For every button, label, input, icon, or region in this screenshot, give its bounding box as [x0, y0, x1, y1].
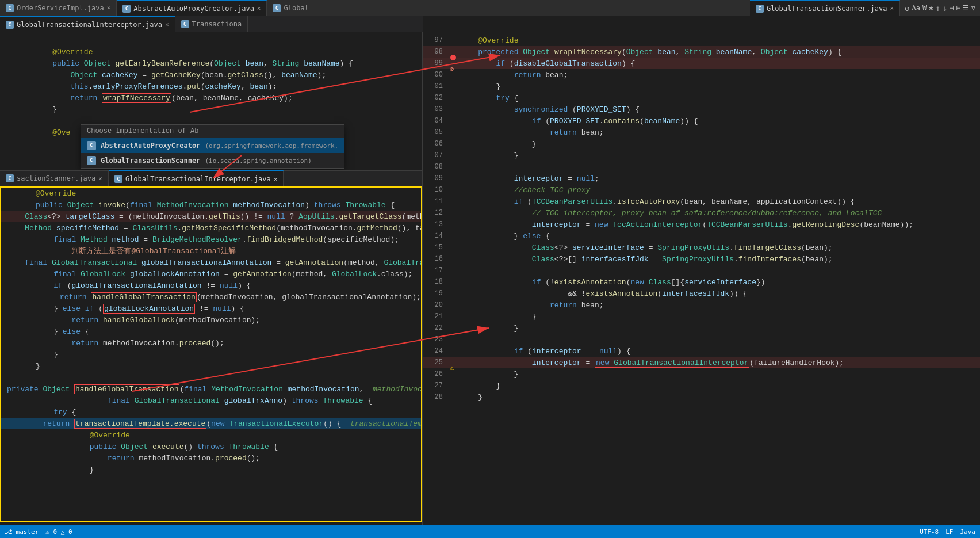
code-line: }: [1, 349, 421, 360]
status-errors: ⚠ 0 △ 0: [45, 528, 72, 536]
code-content: return bean;: [460, 301, 604, 310]
tab-order-service[interactable]: C OrderServiceImpl.java ×: [0, 0, 117, 16]
code-line: @Override: [1, 188, 421, 199]
right-code-line: 17: [423, 265, 980, 276]
code-content: @Override: [36, 189, 76, 198]
code-content: if (PROXYED_SET.contains(beanName)) {: [460, 117, 698, 125]
pin-icon[interactable]: ✱: [929, 4, 933, 12]
right-code-line: 14 } else {: [423, 230, 980, 242]
tab-label: Transactiona: [192, 20, 242, 28]
code-line: try {: [1, 406, 421, 418]
code-content: Class<?> targetClass = (methodInvocation…: [7, 212, 422, 221]
code-line-execute: return transactionalTemplate.execute(new…: [1, 418, 421, 429]
code-line: }: [1, 464, 421, 475]
code-line: return methodInvocation.proceed();: [1, 452, 421, 464]
tab-icon: C: [181, 20, 189, 28]
left-panel: @Override public Object getEarlyBeanRefe…: [0, 32, 423, 538]
line-number: 22: [423, 324, 449, 332]
back-icon[interactable]: ↺: [905, 3, 909, 13]
popup-header: Choose Implementation of Ab: [81, 125, 344, 138]
right-code-line: 06 }: [423, 138, 980, 150]
tab-global-transactional-interceptor[interactable]: C GlobalTransactionalInterceptor.java ×: [0, 16, 175, 32]
tab-label: GlobalTransactionalInterceptor.java: [17, 21, 162, 29]
close-icon[interactable]: ×: [890, 5, 894, 12]
tab-icon: C: [6, 174, 14, 182]
tab-global-scanner[interactable]: C GlobalTransactionScanner.java ×: [750, 0, 900, 16]
close-icon[interactable]: ×: [98, 175, 102, 182]
code-content: try {: [460, 94, 518, 102]
code-content: return transactionalTemplate.execute(new…: [7, 419, 422, 428]
code-content: Method specificMethod = ClassUtils.getMo…: [7, 224, 422, 232]
right-code-editor: 97 @Override 98 protected Object wrapIfN…: [423, 32, 980, 538]
tab-interceptor-bottom[interactable]: C GlobalTransactionalInterceptor.java ×: [109, 170, 284, 186]
line-number: 99: [423, 59, 449, 67]
line-number: 97: [423, 36, 449, 44]
popup-item-label: GlobalTransactionScanner: [101, 157, 200, 165]
line-number: 01: [423, 82, 449, 90]
code-content: if (globalTransactionalAnnotation != nul…: [36, 281, 251, 290]
right-code-line: 02 try {: [423, 92, 980, 104]
close-icon[interactable]: ×: [274, 175, 278, 183]
right-code-line: 15 Class<?> serviceInterface = SpringPro…: [423, 242, 980, 253]
line-number: 03: [423, 105, 449, 113]
expand-icon[interactable]: ☰: [963, 4, 969, 12]
up-icon[interactable]: ↑: [935, 3, 940, 13]
code-content: return bean;: [460, 71, 568, 79]
down-icon[interactable]: ↓: [943, 3, 947, 13]
tab-label: GlobalTransactionalInterceptor.java: [125, 175, 271, 183]
next-icon[interactable]: ⊢: [956, 4, 960, 12]
right-code-line: 04 if (PROXYED_SET.contains(beanName)) {: [423, 115, 980, 127]
right-code-line: 09 interceptor = null;: [423, 173, 980, 184]
right-code-line: 03 synchronized (PROXYED_SET) {: [423, 104, 980, 115]
status-lang: Java: [960, 528, 976, 536]
prev-icon[interactable]: ⊣: [950, 4, 954, 12]
code-line: return handleGlobalLock(methodInvocation…: [1, 314, 421, 326]
code-content: }: [460, 151, 518, 160]
tab-label: Global: [284, 4, 308, 12]
close-icon[interactable]: ×: [107, 4, 111, 12]
code-line-wrap-if: return wrapIfNecessary(bean, beanName, c…: [0, 92, 422, 104]
code-content: interceptor = null;: [460, 174, 599, 183]
code-content: public Object invoke(final MethodInvocat…: [36, 201, 395, 209]
code-content: Class<?> serviceInterface = SpringProxyU…: [460, 243, 833, 252]
line-number: 10: [423, 186, 449, 194]
code-content: }: [35, 105, 57, 114]
tab-abstract-auto[interactable]: C AbstractAutoProxyCreator.java ×: [117, 0, 267, 16]
code-line: @Override: [0, 46, 422, 58]
line-number: 07: [423, 151, 449, 159]
filter-icon[interactable]: ▽: [971, 4, 975, 12]
close-icon[interactable]: ×: [165, 21, 169, 28]
tab-transactional-t[interactable]: C Transactiona: [175, 16, 248, 32]
right-code-line-98: 98 protected Object wrapIfNecessary(Obje…: [423, 46, 980, 58]
close-icon[interactable]: ×: [257, 5, 261, 12]
code-content: protected Object wrapIfNecessary(Object …: [460, 48, 841, 56]
code-content: private Object handleGlobalTransaction(f…: [7, 385, 422, 394]
code-content: synchronized (PROXYED_SET) {: [460, 105, 640, 114]
line-number: 27: [423, 381, 449, 390]
tab-scanner-bottom[interactable]: C sactionScanner.java ×: [0, 170, 109, 186]
status-bar: ⎇ master ⚠ 0 △ 0 UTF-8 LF Java: [0, 525, 980, 538]
line-number: 06: [423, 140, 449, 148]
font-icon[interactable]: Aa: [912, 4, 920, 12]
code-content: final GlobalLock globalLockAnnotation = …: [36, 270, 412, 278]
tab-label: AbstractAutoProxyCreator.java: [133, 5, 254, 13]
right-code-line: 23: [423, 334, 980, 345]
right-code-line: 18 if (!existsAnnotation(new Class[]{ser…: [423, 276, 980, 288]
right-code-line: 22 }: [423, 322, 980, 334]
tab-global[interactable]: C Global: [267, 0, 315, 16]
line-number: 04: [423, 117, 449, 125]
line-number: 11: [423, 197, 449, 205]
popup-item-scanner[interactable]: C GlobalTransactionScanner (io.seata.spr…: [81, 153, 344, 168]
code-content: }: [460, 393, 483, 402]
code-line: if (globalTransactionalAnnotation != nul…: [1, 280, 421, 291]
right-code-line: 11 if (TCCBeanParserUtils.isTccAutoProxy…: [423, 196, 980, 207]
line-number: 14: [423, 232, 449, 240]
line-number: 19: [423, 289, 449, 297]
popup-item-abstract[interactable]: C AbstractAutoProxyCreator (org.springfr…: [81, 138, 344, 153]
w-icon[interactable]: W: [922, 4, 927, 12]
tab-icon: C: [114, 175, 122, 183]
code-content: Class<?>[] interfacesIfJdk = SpringProxy…: [460, 255, 833, 264]
tab-icon: C: [756, 5, 764, 13]
popup-item-pkg: (io.seata.spring.annotation): [205, 157, 311, 165]
line-number: 24: [423, 347, 449, 355]
